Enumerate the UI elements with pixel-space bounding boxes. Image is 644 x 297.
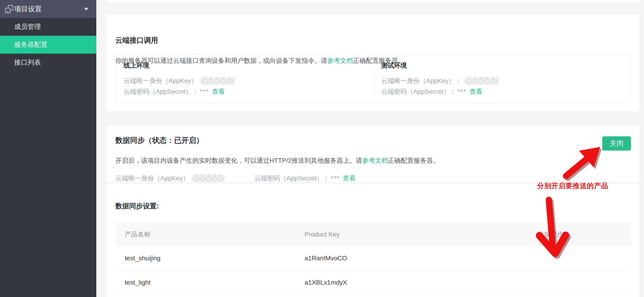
appsecret-masked: ***	[200, 88, 209, 95]
environment-boxes: 线上环境 云端唯一身份（AppKey） 云端密码（AppSecret）： ***…	[116, 54, 631, 103]
col-header-product-name: 产品名称	[116, 230, 304, 239]
appkey-value-redacted	[465, 77, 498, 85]
view-appsecret-link[interactable]: 查看	[343, 174, 356, 183]
appsecret-label: 云端密码（AppSecret）：	[124, 87, 198, 96]
data-sync-description: 开启后，该项目内设备产生的实时数据变化，可以通过HTTP/2推送到其他服务器上。…	[115, 156, 439, 165]
sync-settings-title: 数据同步设置:	[115, 201, 159, 211]
appkey-line: 云端唯一身份（AppKey）	[124, 75, 374, 86]
env-test: 测试环境 云端唯一身份（AppKey）： 云端密码（AppSecret）： **…	[374, 55, 631, 103]
close-sync-button[interactable]: 关闭	[602, 136, 631, 151]
appkey-line: 云端唯一身份（AppKey）：	[381, 75, 631, 86]
sidebar: 项目设置 成员管理 服务器配置 接口列表	[0, 0, 96, 297]
sync-products-table: 产品名称 Product Key 数据同步 test_shuijing a1Ra…	[116, 223, 631, 295]
previous-card-bottom-strip	[106, 0, 640, 3]
product-key: a1XBLx1mdyX	[304, 279, 538, 286]
appsecret-line: 云端密码（AppSecret）： *** 查看	[124, 86, 374, 97]
sidebar-header-project-settings[interactable]: 项目设置	[0, 0, 96, 18]
table-row: test_shuijing a1RanIMvoCO	[116, 246, 631, 271]
data-sync-card: 数据同步（状态：已开启） 关闭 开启后，该项目内设备产生的实时数据变化，可以通过…	[106, 125, 640, 183]
col-header-data-sync: 数据同步	[538, 230, 631, 239]
table-header-row: 产品名称 Product Key 数据同步	[116, 223, 631, 246]
cloud-api-card: 云端接口调用 你的服务器可以通过云端接口查询设备和用户数据，或向设备下发指令。请…	[106, 14, 640, 112]
view-appsecret-link[interactable]: 查看	[212, 87, 225, 96]
product-name: test_shuijing	[116, 255, 304, 262]
appsecret-masked: ***	[331, 175, 340, 182]
description-text: 开启后，该项目内设备产生的实时数据变化，可以通过HTTP/2推送到其他服务器上。…	[115, 157, 362, 164]
table-row: test_light a1XBLx1mdyX	[116, 271, 631, 295]
appkey-value-redacted	[192, 174, 224, 182]
sidebar-item-label: 接口列表	[14, 58, 41, 67]
env-test-title: 测试环境	[381, 61, 631, 70]
appkey-label: 云端唯一身份（AppKey）：	[381, 76, 462, 85]
appkey-label: 云端唯一身份（AppKey）	[124, 76, 198, 85]
reference-doc-link[interactable]: 参考文档	[362, 157, 388, 164]
product-name: test_light	[116, 279, 304, 286]
env-online-title: 线上环境	[124, 61, 374, 70]
description-text: 正确配置服务器。	[388, 157, 439, 164]
annotation-text: 分别开启要推送的产品	[537, 181, 608, 191]
appkey-label: 云端唯一身份（AppKey）	[115, 174, 189, 183]
view-appsecret-link[interactable]: 查看	[470, 87, 482, 96]
sync-settings-card: 数据同步设置: 产品名称 Product Key 数据同步 test_shuij…	[106, 183, 640, 297]
cloud-api-title: 云端接口调用	[115, 35, 158, 45]
appsecret-label: 云端密码（AppSecret）：	[254, 174, 329, 183]
appkey-value-redacted	[201, 77, 234, 85]
product-key: a1RanIMvoCO	[304, 255, 538, 262]
project-icon	[5, 5, 13, 13]
sidebar-item-member-management[interactable]: 成员管理	[0, 18, 96, 36]
appsecret-masked: ***	[458, 88, 466, 95]
sidebar-item-label: 成员管理	[14, 22, 41, 31]
appsecret-label: 云端密码（AppSecret）：	[381, 87, 456, 96]
sidebar-item-api-list[interactable]: 接口列表	[0, 54, 96, 71]
sidebar-item-label: 服务器配置	[14, 40, 48, 49]
env-online: 线上环境 云端唯一身份（AppKey） 云端密码（AppSecret）： ***…	[116, 55, 374, 103]
sidebar-item-server-config[interactable]: 服务器配置	[0, 36, 96, 54]
sidebar-header-label: 项目设置	[14, 4, 42, 14]
col-header-product-key: Product Key	[304, 231, 538, 238]
data-sync-title: 数据同步（状态：已开启）	[115, 135, 204, 146]
chevron-down-icon[interactable]	[84, 8, 88, 10]
sync-credentials-line: 云端唯一身份（AppKey） 云端密码（AppSecret）： *** 查看	[115, 174, 356, 183]
appsecret-line: 云端密码（AppSecret）： *** 查看	[381, 86, 631, 97]
